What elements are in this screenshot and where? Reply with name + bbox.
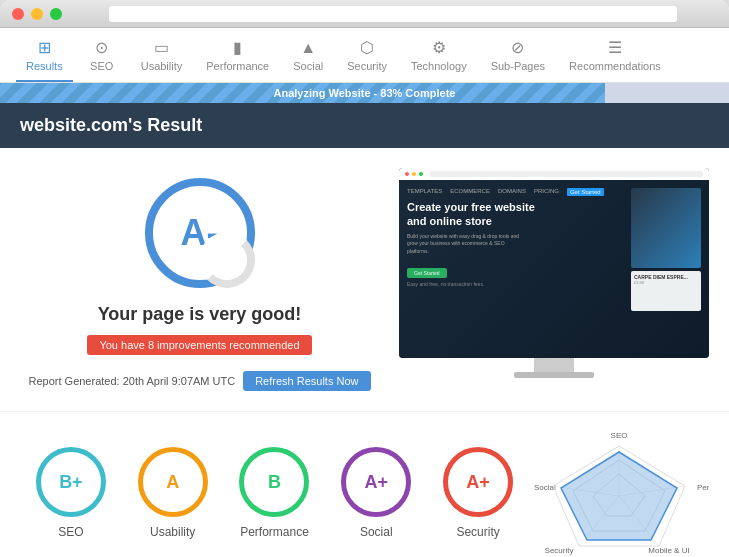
- score-seo: B+ SEO: [20, 447, 122, 539]
- left-panel: A- Your page is very good! You have 8 im…: [20, 168, 379, 391]
- tab-security[interactable]: ⬡ Security: [337, 34, 397, 82]
- progress-bar: Analyzing Website - 83% Complete: [0, 83, 729, 103]
- score-grade-seo: B+: [59, 472, 83, 493]
- monitor-stand: [534, 358, 574, 372]
- close-button[interactable]: [12, 8, 24, 20]
- tab-results-label: Results: [26, 60, 63, 72]
- tab-performance-label: Performance: [206, 60, 269, 72]
- tab-recommendations[interactable]: ☰ Recommendations: [559, 34, 671, 82]
- seo-icon: ⊙: [95, 38, 108, 57]
- technology-icon: ⚙: [432, 38, 446, 57]
- score-grade-usability: A: [166, 472, 179, 493]
- screen-getstarted: Get Started: [407, 268, 447, 278]
- subpages-icon: ⊘: [511, 38, 524, 57]
- score-security: A+ Security: [427, 447, 529, 539]
- report-info: Report Generated: 20th April 9:07AM UTC …: [29, 371, 371, 391]
- score-social: A+ Social: [325, 447, 427, 539]
- screen-subtext: Build your website with easy drag & drop…: [407, 233, 625, 256]
- score-grade-security: A+: [466, 472, 490, 493]
- radar-label-security: Security: [545, 546, 574, 555]
- monitor-base: [514, 372, 594, 378]
- right-panel: TEMPLATES ECOMMERCE DOMAINS PRICING Get …: [399, 168, 709, 391]
- improvements-badge: You have 8 improvements recommended: [87, 335, 311, 355]
- radar-label-seo: SEO: [611, 431, 628, 440]
- tab-recommendations-label: Recommendations: [569, 60, 661, 72]
- score-circle-usability: A: [138, 447, 208, 517]
- score-label-performance: Performance: [240, 525, 309, 539]
- tab-technology-label: Technology: [411, 60, 467, 72]
- refresh-button[interactable]: Refresh Results Now: [243, 371, 370, 391]
- score-circle-seo: B+: [36, 447, 106, 517]
- score-performance: B Performance: [224, 447, 326, 539]
- report-date: Report Generated: 20th April 9:07AM UTC: [29, 375, 236, 387]
- tab-social-label: Social: [293, 60, 323, 72]
- screen-hero: Create your free websiteand online store: [407, 200, 625, 229]
- tab-performance[interactable]: ▮ Performance: [196, 34, 279, 82]
- screen-nav-cta: Get Started: [567, 188, 604, 196]
- tab-social[interactable]: ▲ Social: [283, 35, 333, 82]
- nav-tabs: ⊞ Results ⊙ SEO ▭ Usability ▮ Performanc…: [0, 28, 729, 83]
- score-label-usability: Usability: [150, 525, 195, 539]
- tab-usability-label: Usability: [141, 60, 183, 72]
- score-label-security: Security: [456, 525, 499, 539]
- minimize-button[interactable]: [31, 8, 43, 20]
- screen-nav-ecommerce: ECOMMERCE: [450, 188, 490, 196]
- usability-icon: ▭: [154, 38, 169, 57]
- score-label-seo: SEO: [58, 525, 83, 539]
- tab-seo-label: SEO: [90, 60, 113, 72]
- performance-icon: ▮: [233, 38, 242, 57]
- social-icon: ▲: [300, 39, 316, 57]
- screen-nav-domains: DOMAINS: [498, 188, 526, 196]
- tab-seo[interactable]: ⊙ SEO: [77, 34, 127, 82]
- page-verdict: Your page is very good!: [98, 304, 302, 325]
- tab-technology[interactable]: ⚙ Technology: [401, 34, 477, 82]
- scores-section: B+ SEO A Usability B Performance A+: [0, 411, 729, 557]
- titlebar: [0, 0, 729, 28]
- score-circle-performance: B: [239, 447, 309, 517]
- radar-label-social: Social: [534, 483, 556, 492]
- monitor-screen: TEMPLATES ECOMMERCE DOMAINS PRICING Get …: [399, 168, 709, 358]
- score-circle-social: A+: [341, 447, 411, 517]
- tab-security-label: Security: [347, 60, 387, 72]
- maximize-button[interactable]: [50, 8, 62, 20]
- scores-list: B+ SEO A Usability B Performance A+: [20, 447, 529, 539]
- score-usability: A Usability: [122, 447, 224, 539]
- radar-svg: SEO Performance Mobile & UI Security Soc…: [529, 428, 709, 557]
- tab-subpages-label: Sub-Pages: [491, 60, 545, 72]
- grade-circle: A-: [145, 178, 255, 288]
- score-grade-performance: B: [268, 472, 281, 493]
- radar-label-mobileui: Mobile & UI: [648, 546, 689, 555]
- address-bar: [109, 6, 677, 22]
- main-content: A- Your page is very good! You have 8 im…: [0, 148, 729, 411]
- result-header: website.com's Result: [0, 103, 729, 148]
- score-grade-social: A+: [365, 472, 389, 493]
- score-circle-security: A+: [443, 447, 513, 517]
- app-window: ⊞ Results ⊙ SEO ▭ Usability ▮ Performanc…: [0, 0, 729, 557]
- recommendations-icon: ☰: [608, 38, 622, 57]
- progress-text: Analyzing Website - 83% Complete: [274, 87, 456, 99]
- security-icon: ⬡: [360, 38, 374, 57]
- screen-nav-templates: TEMPLATES: [407, 188, 442, 196]
- tab-usability[interactable]: ▭ Usability: [131, 34, 193, 82]
- score-label-social: Social: [360, 525, 393, 539]
- tab-results[interactable]: ⊞ Results: [16, 34, 73, 82]
- tab-subpages[interactable]: ⊘ Sub-Pages: [481, 34, 555, 82]
- grade-letter: A-: [181, 212, 219, 254]
- monitor: TEMPLATES ECOMMERCE DOMAINS PRICING Get …: [399, 168, 709, 378]
- radar-label-performance: Performance: [697, 483, 709, 492]
- result-title: website.com's Result: [20, 115, 202, 135]
- radar-data-polygon: [561, 452, 677, 540]
- radar-chart: SEO Performance Mobile & UI Security Soc…: [529, 428, 709, 557]
- screen-note: Easy and free, no transaction fees.: [407, 281, 625, 287]
- screen-nav-pricing: PRICING: [534, 188, 559, 196]
- results-icon: ⊞: [38, 38, 51, 57]
